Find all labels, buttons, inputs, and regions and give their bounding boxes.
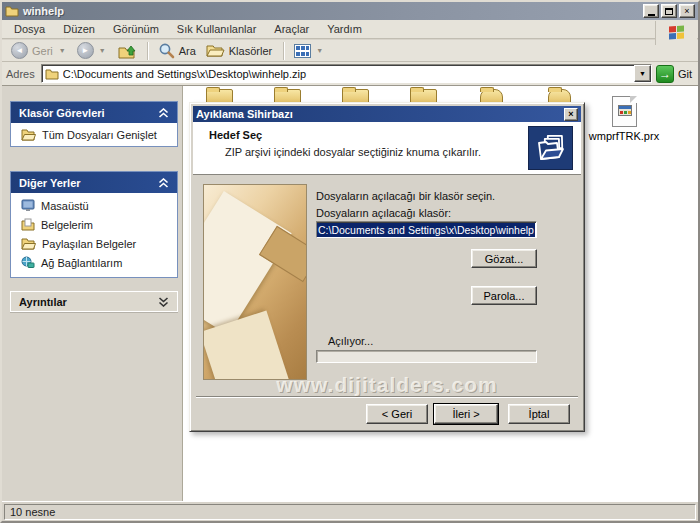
close-icon: × bbox=[568, 109, 573, 119]
windows-flag-icon bbox=[669, 25, 685, 40]
other-places-header[interactable]: Diğer Yerler bbox=[11, 172, 177, 193]
status-text-panel: 10 nesne bbox=[4, 504, 696, 520]
destination-folder-value: C:\Documents and Settings\x\Desktop\winh… bbox=[317, 223, 535, 237]
forward-dropdown-icon[interactable]: ▼ bbox=[99, 47, 106, 54]
views-button[interactable]: ▼ bbox=[291, 43, 328, 59]
documents-folder-icon bbox=[21, 218, 35, 231]
menu-dosya[interactable]: Dosya bbox=[6, 21, 53, 37]
file-item[interactable]: wmprfTRK.prx bbox=[588, 96, 660, 142]
back-button[interactable]: ◄ Geri ▼ bbox=[8, 41, 71, 60]
up-folder-icon bbox=[117, 42, 137, 60]
file-icon bbox=[612, 96, 637, 127]
destination-folder-input[interactable]: C:\Documents and Settings\x\Desktop\winh… bbox=[316, 221, 537, 238]
details-header[interactable]: Ayrıntılar bbox=[10, 291, 178, 312]
toolbar-separator bbox=[147, 42, 148, 60]
window-titlebar: winhelp × bbox=[2, 2, 698, 20]
go-arrow-icon: → bbox=[656, 65, 674, 83]
expand-chevron-icon[interactable] bbox=[158, 297, 169, 307]
dialog-titlebar: Ayıklama Sihirbazı × bbox=[193, 106, 581, 122]
menu-araclar[interactable]: Araçlar bbox=[266, 21, 317, 37]
dialog-description: ZIP arşivi içindeki dosyalar seçtiğiniz … bbox=[225, 146, 481, 158]
menu-duzen[interactable]: Düzen bbox=[55, 21, 103, 37]
wizard-next-button[interactable]: İleri > bbox=[434, 404, 498, 424]
dialog-title: Ayıklama Sihirbazı bbox=[196, 108, 564, 120]
address-dropdown-button[interactable]: ▼ bbox=[634, 65, 651, 82]
sidebar-item-label: Ağ Bağlantılarım bbox=[41, 257, 122, 269]
menu-sik-kullanilanlar[interactable]: Sık Kullanılanlar bbox=[169, 21, 265, 37]
address-input[interactable]: C:\Documents and Settings\x\Desktop\winh… bbox=[41, 64, 652, 83]
progress-label: Açılıyor... bbox=[328, 335, 373, 347]
menu-bar: Dosya Düzen Görünüm Sık Kullanılanlar Ar… bbox=[2, 20, 698, 39]
wizard-folders-icon bbox=[528, 126, 573, 170]
shared-folder-icon bbox=[21, 237, 36, 250]
folders-icon bbox=[206, 43, 225, 58]
maximize-icon bbox=[665, 8, 673, 15]
dialog-heading: Hedef Seç bbox=[209, 129, 262, 141]
forward-button[interactable]: ► ▼ bbox=[74, 41, 111, 60]
menu-gorunum[interactable]: Görünüm bbox=[105, 21, 167, 37]
search-label: Ara bbox=[179, 45, 196, 57]
dialog-close-button[interactable]: × bbox=[564, 108, 578, 121]
forward-icon: ► bbox=[77, 42, 94, 59]
file-name: wmprfTRK.prx bbox=[588, 130, 660, 142]
folder-tasks-panel: Klasör Görevleri Tüm Dosyaları Genişlet bbox=[10, 101, 178, 147]
address-folder-icon bbox=[45, 68, 59, 80]
select-folder-text: Dosyaların açılacağı bir klasör seçin. bbox=[316, 190, 495, 202]
explorer-window: winhelp × Dosya Düzen Görünüm Sık Kullan… bbox=[0, 0, 700, 523]
window-title: winhelp bbox=[23, 5, 641, 17]
go-button[interactable]: → Git bbox=[656, 65, 694, 83]
go-label: Git bbox=[678, 68, 692, 80]
sidebar-item-label: Paylaşılan Belgeler bbox=[42, 238, 136, 250]
progress-bar bbox=[316, 350, 537, 363]
extraction-wizard-dialog: Ayıklama Sihirbazı × Hedef Seç ZIP arşiv… bbox=[189, 102, 585, 432]
minimize-icon bbox=[648, 14, 655, 16]
toolbar-separator bbox=[283, 42, 284, 60]
folder-tasks-title: Klasör Görevleri bbox=[19, 107, 105, 119]
dialog-separator bbox=[196, 396, 578, 398]
sidebar-item-shared-documents[interactable]: Paylaşılan Belgeler bbox=[11, 234, 177, 253]
folder-tasks-header[interactable]: Klasör Görevleri bbox=[11, 102, 177, 123]
folder-open-icon bbox=[21, 128, 36, 141]
menu-yardim[interactable]: Yardım bbox=[319, 21, 370, 37]
browse-button[interactable]: Gözat... bbox=[471, 249, 537, 268]
address-bar: Adres C:\Documents and Settings\x\Deskto… bbox=[2, 62, 698, 86]
wizard-cancel-button[interactable]: İptal bbox=[508, 404, 570, 424]
network-icon bbox=[21, 256, 35, 269]
desktop-icon bbox=[21, 199, 35, 212]
status-bar: 10 nesne bbox=[2, 501, 698, 521]
address-label: Adres bbox=[6, 68, 35, 80]
sidebar-item-network-places[interactable]: Ağ Bağlantılarım bbox=[11, 253, 177, 272]
toolbar: ◄ Geri ▼ ► ▼ Ara Klasör bbox=[2, 40, 698, 62]
views-icon bbox=[294, 44, 311, 58]
wizard-back-button[interactable]: < Geri bbox=[366, 404, 428, 424]
search-icon bbox=[158, 42, 175, 59]
close-icon: × bbox=[684, 6, 689, 16]
up-button[interactable] bbox=[114, 41, 140, 61]
sidebar-item-extract-all[interactable]: Tüm Dosyaları Genişlet bbox=[11, 123, 177, 146]
windows-logo-panel bbox=[655, 21, 697, 45]
back-dropdown-icon[interactable]: ▼ bbox=[59, 47, 66, 54]
other-places-title: Diğer Yerler bbox=[19, 177, 81, 189]
folder-field-label: Dosyaların açılacağı klasör: bbox=[316, 207, 451, 219]
sidebar-item-my-documents[interactable]: Belgelerim bbox=[11, 215, 177, 234]
back-label: Geri bbox=[32, 45, 53, 57]
folders-button[interactable]: Klasörler bbox=[203, 42, 276, 59]
search-button[interactable]: Ara bbox=[155, 41, 200, 60]
views-dropdown-icon[interactable]: ▼ bbox=[316, 47, 323, 54]
address-value: C:\Documents and Settings\x\Desktop\winh… bbox=[63, 68, 634, 80]
sidebar-item-label: Masaüstü bbox=[41, 200, 89, 212]
details-title: Ayrıntılar bbox=[19, 296, 67, 308]
sidebar-item-desktop[interactable]: Masaüstü bbox=[11, 196, 177, 215]
collapse-chevron-icon[interactable] bbox=[158, 178, 169, 188]
window-folder-icon bbox=[5, 5, 19, 17]
status-text: 10 nesne bbox=[10, 506, 55, 518]
wizard-side-image bbox=[203, 184, 307, 380]
back-icon: ◄ bbox=[11, 42, 28, 59]
chevron-down-icon: ▼ bbox=[639, 70, 646, 77]
minimize-button[interactable] bbox=[643, 4, 659, 18]
password-button[interactable]: Parola... bbox=[471, 286, 537, 305]
maximize-button[interactable] bbox=[661, 4, 677, 18]
close-button[interactable]: × bbox=[679, 4, 695, 18]
sidebar-item-label: Tüm Dosyaları Genişlet bbox=[42, 129, 157, 141]
collapse-chevron-icon[interactable] bbox=[158, 108, 169, 118]
